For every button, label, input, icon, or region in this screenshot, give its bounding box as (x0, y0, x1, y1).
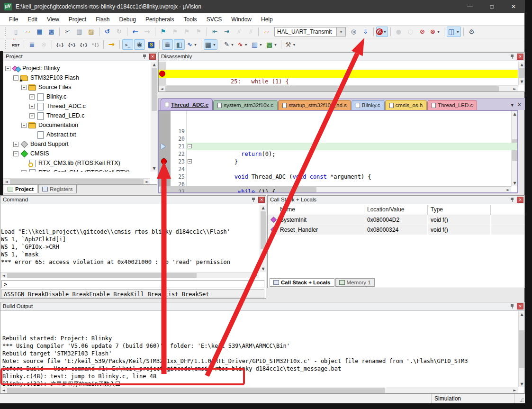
close-document-icon[interactable]: ✕ (517, 102, 522, 108)
close-panel-icon[interactable] (517, 197, 523, 203)
editor-tab[interactable]: startup_stm32f10x_hd.s (278, 100, 351, 110)
toolbar-button[interactable]: ▼ (134, 39, 145, 50)
toolbar-button[interactable]: ▼ (90, 39, 101, 50)
toolbar-button[interactable]: ▼ (236, 39, 249, 50)
toolbar-button[interactable]: ▼ (245, 27, 256, 37)
pin-icon[interactable] (509, 197, 515, 203)
tree-item[interactable]: + Board Support (3, 139, 150, 149)
combo-dropdown-icon[interactable]: ▼ (337, 27, 346, 36)
tree-item[interactable]: − Documentation (3, 120, 150, 130)
fold-toggle-icon[interactable] (188, 182, 192, 186)
callstack-row[interactable]: SystemInit 0x080004D2 void f() (268, 215, 524, 225)
toolbar-grip[interactable] (5, 27, 7, 36)
toolbar-button[interactable]: ▼ (250, 39, 264, 50)
tree-expander[interactable]: + (21, 170, 27, 172)
tree-item[interactable]: − Source Files (3, 82, 150, 92)
toolbar-button[interactable]: ▼ (181, 27, 192, 37)
build-output-log[interactable]: Rebuild started: Project: Blinky*** Usin… (1, 312, 518, 387)
toolbar-button[interactable]: ▼ (118, 39, 121, 50)
build-output-line[interactable]: Blinky.c(32): 这里是程序的main函数入口 (1, 380, 518, 387)
toolbar-button[interactable]: ▼ (27, 39, 37, 50)
close-button[interactable]: ✕ (503, 0, 524, 13)
code-line[interactable]: 21 } (159, 127, 517, 135)
build-output-line[interactable]: *** Using Compiler 'V5.06 update 7 (buil… (1, 342, 518, 350)
fold-toggle-icon[interactable] (188, 121, 192, 126)
toolbar-button[interactable]: ▼ (261, 27, 272, 37)
toolbar-button[interactable]: ▼ (162, 39, 173, 50)
close-panel-icon[interactable] (517, 303, 523, 309)
toolbar-button[interactable]: ▼ (34, 27, 45, 37)
toolbar-button[interactable]: ▼ (98, 27, 101, 37)
tree-expander[interactable]: + (29, 113, 35, 118)
menu-item[interactable]: Edit (23, 15, 42, 24)
tree-expander[interactable]: − (21, 85, 27, 90)
disassembly-line[interactable]: 0x0800051C E7FE B 0x0800051C Thread_ADC (159, 70, 518, 78)
toolbar-button[interactable]: ▼ (193, 27, 204, 37)
pin-icon[interactable] (509, 54, 515, 60)
toolbar-button[interactable]: ▼ (218, 39, 222, 50)
toolbar-button[interactable]: ▼ (10, 27, 21, 37)
toolbar-button[interactable]: ▼ (466, 27, 477, 37)
tree-expander[interactable]: − (5, 66, 10, 71)
toolbar-button[interactable]: ▼ (204, 39, 217, 50)
toolbar-button[interactable]: ▼ (46, 27, 57, 37)
fold-toggle-icon[interactable] (188, 114, 192, 118)
pin-icon[interactable] (142, 54, 148, 60)
build-output-line[interactable]: Rebuild target 'STM32F103 Flash' (1, 350, 518, 357)
toolbar-button[interactable]: ▼ (74, 27, 85, 37)
toolbar-button[interactable]: ▼ (170, 27, 180, 37)
tree-item[interactable]: Abstract.txt (3, 130, 150, 139)
column-header[interactable]: Type (428, 205, 491, 215)
menu-item[interactable]: Flash (91, 15, 114, 24)
toolbar-button[interactable]: ▼ (146, 39, 157, 50)
build-output-line[interactable]: Note: source file 'E:/keil_539/Packs/Kei… (1, 357, 518, 365)
toolbar-button[interactable]: ▼ (102, 27, 113, 37)
fold-toggle-icon[interactable]: − (188, 144, 192, 148)
function-search-combo[interactable]: HAL_UART_Transmit ▼ (274, 27, 346, 36)
toolbar-button[interactable]: ▼ (372, 27, 375, 37)
editor-tab[interactable]: cmsis_os.h (385, 100, 427, 110)
function-search-value[interactable]: HAL_UART_Transmit (274, 27, 337, 36)
tree-item[interactable]: − Project: Blinky (3, 64, 150, 73)
toolbar-button[interactable]: ▼ (389, 27, 392, 37)
command-vscrollbar[interactable]: ▲▼ (260, 205, 266, 272)
command-hscrollbar[interactable]: ◄► (0, 272, 259, 278)
tree-item[interactable]: − CMSIS (3, 149, 150, 158)
toolbar-button[interactable]: ▼ (205, 27, 208, 37)
toolbar-button[interactable]: ▼ (348, 27, 359, 37)
toolbar-button[interactable]: ▼ (376, 27, 388, 37)
tree-expander[interactable]: + (29, 94, 35, 100)
disassembly-vscrollbar[interactable]: ▲▼ (518, 62, 524, 85)
tree-expander[interactable]: − (21, 123, 27, 128)
fold-toggle-icon[interactable]: − (188, 159, 192, 164)
resize-grip[interactable] (519, 398, 524, 402)
toolbar-button[interactable]: ▼ (126, 27, 129, 37)
column-header[interactable]: Location/Value (364, 205, 428, 215)
editor-tab[interactable]: Blinky.c (352, 100, 385, 110)
build-output-line[interactable]: Before Build - User command #1: E:\keil_… (1, 365, 518, 373)
toolbar-button[interactable]: ▼ (280, 39, 283, 50)
code-line[interactable]: 26 // ADC_StartConversion(); // start AD… (159, 165, 517, 173)
disassembly-hscrollbar[interactable]: ◄► (159, 85, 518, 91)
toolbar-button[interactable]: ▼ (54, 39, 65, 50)
command-log[interactable]: Load "E:\\keil_project\\gitcode\\cmsis-r… (1, 205, 259, 272)
close-panel-icon[interactable] (149, 54, 156, 60)
toolbar-button[interactable]: ▼ (265, 39, 279, 50)
dock-tab[interactable]: Project (4, 185, 37, 193)
toolbar-button[interactable]: ▼ (38, 39, 49, 50)
fold-toggle-icon[interactable] (188, 136, 192, 141)
tree-item[interactable]: + Blinky.c (3, 92, 150, 101)
toolbar-button[interactable]: ▼ (233, 27, 244, 37)
dock-tab[interactable]: Call Stack + Locals (270, 278, 334, 287)
tree-expander[interactable]: + (13, 142, 18, 147)
editor-tab[interactable]: Thread_ADC.c (161, 99, 213, 110)
disassembly-view[interactable]: 25: while (1) { 0x0800051C E7FE B 0x0800… (159, 62, 518, 85)
toolbar-button[interactable]: ▼ (78, 39, 89, 50)
code-line[interactable]: 28 (159, 181, 517, 188)
toolbar-button[interactable]: ▼ (102, 39, 105, 50)
code-line[interactable]: 27 // osDelay(20); // wait 20ms (159, 173, 517, 181)
toolbar-button[interactable]: ▼ (442, 27, 446, 37)
toolbar-button[interactable]: ▼ (174, 39, 185, 50)
command-input[interactable]: > (1, 280, 264, 288)
tree-item[interactable]: RTX_CM3.lib (RTOS:Keil RTX) (3, 158, 150, 168)
